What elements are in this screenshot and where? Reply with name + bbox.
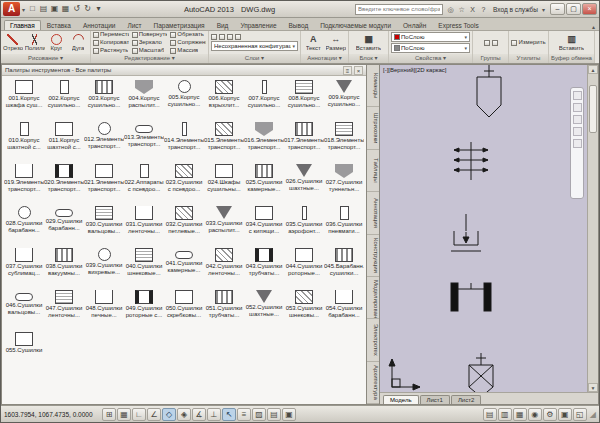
palette-item[interactable]: 035.Сушилкиаэрофонт... [284,204,324,246]
stretch-button[interactable]: Растянуть [93,47,129,54]
tab-Вид[interactable]: Вид [211,20,235,30]
maximize-button[interactable]: ▢ [566,3,581,15]
layer-freeze-icon[interactable] [235,34,241,40]
paste-button[interactable]: ▥Вставить [551,34,592,52]
palette-item[interactable]: 010.Корпусшахтной с... [4,120,44,162]
palette-item[interactable]: 043.Сушилкитрубчаты... [244,246,284,288]
tab-Главная[interactable]: Главная [4,20,41,30]
clean-screen-button[interactable]: ◱ [573,408,587,421]
palette-item[interactable]: 021.Элементытранспорт... [84,162,124,204]
palette-item[interactable]: 033.Сушилкираспылит... [204,204,244,246]
property-dropdown[interactable]: ПоСлою▾ [391,32,470,42]
circle-button[interactable]: Круг [47,34,67,52]
palette-tab-Аннотация[interactable]: Аннотация [367,192,379,234]
palette-item[interactable]: 025.Сушилкикамерные... [244,162,284,204]
insert-button[interactable]: ▦Вставить [351,34,386,52]
palette-tab-Электротех[interactable]: Электротех [367,319,379,361]
search-input[interactable] [355,4,443,15]
status-lineweight-toggle[interactable]: ≡ [237,408,251,421]
palette-item[interactable]: 047.Сушилкиленточны... [44,288,84,330]
palette-item[interactable]: 027.Сушилкитуннельн... [324,162,364,204]
panel-label-clipboard[interactable]: Буфер обмена [549,54,594,63]
palette-tab-Архитектура[interactable]: Архитектура [367,362,379,404]
tab-Управление[interactable]: Управление [234,20,282,30]
tab-Вставка[interactable]: Вставка [41,20,77,30]
palette-item[interactable]: 007.Корпуссушильно... [244,78,284,120]
drawing-canvas[interactable]: [-][Верхний][2D каркас] [380,64,599,405]
qat-save-button[interactable]: ▣ [49,3,60,15]
palette-item[interactable]: 041.Сушилкикамерные... [164,246,204,288]
status-dyn-toggle[interactable]: ↖ [222,408,236,421]
scale-button[interactable]: Масштаб [132,47,168,54]
scroll-up-icon[interactable]: ▲ [588,65,598,74]
schematic-symbol-banner-cross[interactable] [469,353,493,396]
palette-item[interactable]: 054.Сушилкибарабанн... [324,288,364,330]
palette-item[interactable]: 005.Корпуссушильно... [164,78,204,120]
panel-label-draw[interactable]: Рисование ▾ [1,54,90,63]
minimize-button[interactable]: – [550,3,565,15]
polyline-button[interactable]: Полилиния [25,34,45,52]
palette-item[interactable]: 030.Сушилкивальцовы... [84,204,124,246]
palette-item[interactable]: 042.Сушилкиленточны... [204,246,244,288]
panel-label-groups[interactable]: Группы [473,54,508,63]
palette-item[interactable]: 045.Барабанн...сушилки... [324,246,364,288]
schematic-symbol-banner[interactable] [477,65,501,117]
palette-item[interactable]: 048.Сушилкипечные... [84,288,124,330]
arc-button[interactable]: Дуга [68,34,88,52]
help-icon[interactable]: ? [478,4,489,15]
text-button[interactable]: АТекст [303,34,324,52]
orbit-icon[interactable] [573,127,582,136]
panel-label-properties[interactable]: Свойства ▾ [389,54,472,63]
palette-properties-button[interactable]: ≡ [343,66,352,75]
signin-label[interactable]: Вход в службы [493,6,538,13]
full-navigation-wheel-icon[interactable] [573,91,582,100]
pan-icon[interactable] [573,103,582,112]
ungroup-button[interactable] [492,40,498,46]
palette-item[interactable]: 055.Сушилки [4,330,44,372]
viewport-controls[interactable]: [-][Верхний][2D каркас] [383,67,447,73]
status-quick-properties-toggle[interactable]: ▤ [267,408,281,421]
application-menu-chevron-icon[interactable]: ▾ [22,6,25,13]
showmotion-icon[interactable] [573,139,582,148]
tab-Модель[interactable]: Модель [383,395,419,404]
schematic-symbol-comb[interactable] [454,142,488,180]
close-button[interactable]: × [582,3,597,15]
palette-tab-Моделирование[interactable]: Моделирование [367,277,379,319]
line-button[interactable]: Отрезок [3,34,23,52]
qat-undo-button[interactable]: ↺ [71,3,82,15]
palette-item[interactable]: 011.Корпусшахтной с... [44,120,84,162]
layer-properties-icon[interactable] [211,34,217,40]
palette-item[interactable]: 002.Корпуссушильно... [44,78,84,120]
status-otrack-toggle[interactable]: ∡ [192,408,206,421]
layer-isolate-icon[interactable] [227,34,233,40]
move-button[interactable]: Переместить [93,31,129,38]
status-ducs-toggle[interactable]: ⊥ [207,408,221,421]
qat-open-button[interactable]: ▤ [38,3,49,15]
scrollbar-thumb[interactable] [589,85,597,133]
tab-Онлайн[interactable]: Онлайн [397,20,432,30]
palette-item[interactable]: 039.Сушилкивихревые... [84,246,124,288]
palette-item[interactable]: 003.Корпуссушильно... [84,78,124,120]
palette-tab-Команды[interactable]: Команды [367,65,379,107]
palette-item[interactable]: 040.Сушилкишнековые... [124,246,164,288]
search-icon[interactable]: ◎ [445,4,456,15]
palette-item[interactable]: 023.Сушилкис псевдоо... [164,162,204,204]
palette-item[interactable]: 028.Сушилкибарабанн... [4,204,44,246]
qat-new-button[interactable]: □ [27,3,38,15]
exchange-icon[interactable]: X [467,4,478,15]
model-layout-toggle-button[interactable]: ▤ [483,408,497,421]
palette-item[interactable]: 038.Сушилкивакуумны... [44,246,84,288]
palette-item[interactable]: 022.Аппаратыс псевдоо... [124,162,164,204]
tab-Лист[interactable]: Лист [121,20,147,30]
palette-item[interactable]: 006.Корпусвзрыхлит... [204,78,244,120]
copy-button[interactable]: Копировать [93,39,129,46]
schematic-symbol-trough[interactable] [451,214,481,251]
annotation-visibility-button[interactable]: ◉ [528,408,542,421]
star-icon[interactable]: ☆ [456,4,467,15]
palette-item[interactable]: 012.Элементытранспорт... [84,120,124,162]
dimension-button[interactable]: ↔Размер [326,34,347,52]
palette-item[interactable]: 020.Элементытранспорт... [44,162,84,204]
status-snap-toggle[interactable]: ⊞ [102,408,116,421]
palette-item[interactable]: 044.Сушилкироторные... [284,246,324,288]
palette-item[interactable]: 029.Сушилкибарабанн... [44,204,84,246]
